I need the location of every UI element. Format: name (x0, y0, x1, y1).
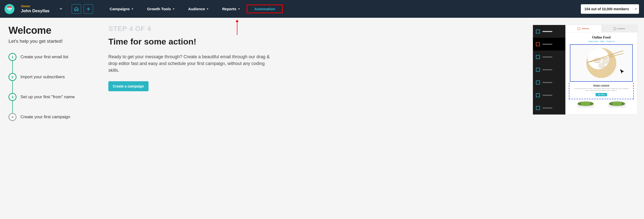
editor-block-list (533, 25, 565, 114)
create-new-button[interactable] (84, 4, 93, 14)
svg-point-3 (10, 8, 10, 9)
editor-block-item (533, 25, 565, 38)
account-switcher[interactable]: Owner John Desyllas (21, 5, 62, 14)
home-button[interactable] (72, 4, 81, 14)
step-number-badge: 4 (8, 113, 16, 121)
onboarding-steps: 1 Create your first email list 2 Import … (8, 53, 98, 121)
top-navigation-bar: Owner John Desyllas Campaigns ▾ Growth T… (0, 0, 644, 18)
section-description: Ready to get your message through? Creat… (108, 54, 273, 74)
nav-label: Audience (188, 7, 205, 11)
preview-email-title: Online Food (565, 36, 637, 40)
nav-label: Campaigns (110, 7, 130, 11)
preview-text-block: Asian cuisine Lorem ipsum dolor sit amet… (569, 83, 634, 99)
editor-block-item (533, 89, 565, 102)
page-title: Welcome (8, 25, 98, 36)
nav-label: Growth Tools (147, 7, 171, 11)
preview-image-block (570, 44, 633, 82)
chevron-down-icon (60, 7, 62, 11)
step-number-badge: 2 (8, 73, 16, 81)
step-number-badge: 1 (8, 53, 16, 61)
nav-reports[interactable]: Reports ▾ (215, 0, 246, 18)
editor-block-item (533, 38, 565, 51)
chevron-down-icon: ▾ (207, 8, 208, 10)
editor-block-item (533, 76, 565, 89)
owner-role-label: Owner (21, 5, 50, 8)
owner-name: John Desyllas (21, 9, 50, 14)
page-subtitle: Let's help you get started! (8, 39, 98, 44)
preview-lorem: Lorem ipsum dolor sit amet, consectetur … (572, 88, 631, 92)
step-number-badge: 3 (8, 93, 16, 101)
editor-tab (565, 25, 601, 32)
preview-caption: Asian cuisine (572, 84, 631, 87)
user-avatar[interactable] (4, 4, 14, 14)
editor-tab (601, 25, 637, 32)
food-bowl-icon (608, 101, 626, 108)
onboarding-step-3[interactable]: 3 Set up your first "from" name (8, 93, 98, 113)
step-label: Set up your first "from" name (20, 95, 75, 100)
annotation-arrow (236, 20, 239, 35)
step-indicator: STEP 4 OF 4 (108, 25, 273, 33)
svg-rect-1 (7, 6, 12, 8)
chevron-down-icon: ▾ (632, 8, 639, 10)
step-label: Import your subscribers (20, 75, 65, 80)
cursor-icon (619, 69, 625, 74)
nav-audience[interactable]: Audience ▾ (181, 0, 216, 18)
chevron-down-icon: ▾ (173, 8, 174, 10)
preview-email-nav: Today's Menu Deals Contact Us (565, 41, 637, 42)
nav-label: Reports (222, 7, 236, 11)
step-label: Create your first campaign (20, 114, 70, 119)
onboarding-step-4[interactable]: 4 Create your first campaign (8, 113, 98, 121)
onboarding-step-1[interactable]: 1 Create your first email list (8, 53, 98, 73)
svg-point-2 (8, 8, 9, 9)
food-bowl-icon (577, 101, 594, 108)
step-label: Create your first email list (20, 55, 68, 60)
editor-block-item (533, 51, 565, 63)
preview-gallery-row (565, 99, 637, 108)
divider (67, 0, 67, 18)
section-headline: Time for some action! (108, 37, 273, 47)
onboarding-step-2[interactable]: 2 Import your subscribers (8, 73, 98, 93)
preview-cta-button: See More (596, 93, 607, 96)
create-campaign-button[interactable]: Create a campaign (108, 81, 148, 91)
editor-tabs (565, 25, 637, 33)
editor-block-item (533, 102, 565, 114)
nav-campaigns[interactable]: Campaigns ▾ (102, 0, 140, 18)
chevron-down-icon: ▾ (238, 8, 240, 10)
nav-automation[interactable]: Automation (246, 5, 283, 13)
nav-growth-tools[interactable]: Growth Tools ▾ (140, 0, 181, 18)
editor-preview-illustration: Online Food Today's Menu Deals Contact U… (533, 25, 638, 115)
nav-label: Automation (254, 7, 275, 11)
chevron-down-icon: ▾ (132, 8, 133, 10)
editor-block-item (533, 63, 565, 76)
members-count-text: 154 out of 10,000 members (581, 7, 632, 11)
main-nav: Campaigns ▾ Growth Tools ▾ Audience ▾ Re… (102, 0, 283, 18)
members-counter-dropdown[interactable]: 154 out of 10,000 members ▾ (581, 4, 639, 14)
